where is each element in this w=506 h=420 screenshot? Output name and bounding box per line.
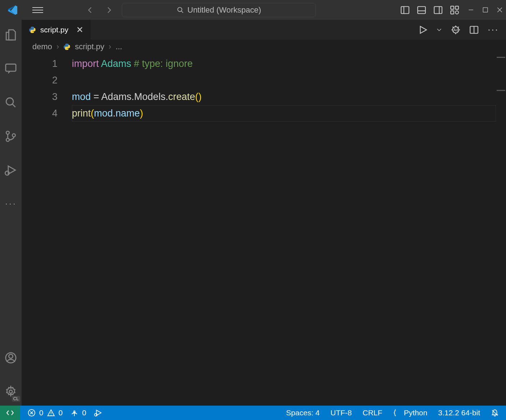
vscode-logo-icon <box>7 5 18 15</box>
activity-bar: ··· CL <box>0 20 22 406</box>
code-content[interactable]: import Adams # type: ignore mod = Adams.… <box>72 54 202 406</box>
svg-rect-7 <box>455 11 459 14</box>
svg-point-12 <box>6 138 9 142</box>
svg-point-17 <box>9 390 13 393</box>
svg-point-0 <box>178 7 182 12</box>
eol-status[interactable]: CRLF <box>363 408 382 417</box>
command-center[interactable]: Untitled (Workspace) <box>122 3 316 17</box>
ports-status[interactable]: 0 <box>70 408 86 417</box>
search-icon <box>177 6 184 14</box>
breadcrumb-tail[interactable]: ... <box>116 42 122 51</box>
svg-point-22 <box>74 411 75 412</box>
editor-more-icon[interactable]: ··· <box>488 24 499 35</box>
minimap[interactable] <box>496 54 506 406</box>
svg-point-10 <box>6 98 13 105</box>
breadcrumb-file[interactable]: script.py <box>75 42 104 51</box>
window-close-icon[interactable] <box>497 7 502 13</box>
breadcrumb-folder[interactable]: demo <box>32 42 52 51</box>
chevron-right-icon: › <box>109 42 111 51</box>
nav-forward-icon[interactable] <box>105 6 113 14</box>
svg-rect-1 <box>401 6 409 14</box>
interpreter-status[interactable]: 3.12.2 64-bit <box>438 408 480 417</box>
svg-point-11 <box>6 131 9 134</box>
warning-icon <box>47 409 55 417</box>
command-center-text: Untitled (Workspace) <box>188 5 261 15</box>
python-file-icon <box>63 43 70 50</box>
braces-icon <box>393 409 401 417</box>
activity-overflow-icon[interactable]: ··· <box>5 198 17 209</box>
remote-button[interactable] <box>0 406 20 420</box>
settings-badge: CL <box>12 396 20 402</box>
language-status[interactable]: Python <box>393 408 427 417</box>
run-dropdown-icon[interactable] <box>436 25 442 35</box>
menu-button[interactable] <box>32 5 43 15</box>
python-file-icon <box>29 26 36 33</box>
debug-icon <box>94 409 102 417</box>
problems-status[interactable]: 0 0 <box>28 408 63 417</box>
status-bar: 0 0 0 Spaces: 4 UTF-8 CRLF Python 3.12.2… <box>0 406 506 420</box>
svg-point-16 <box>9 354 13 358</box>
explorer-icon[interactable] <box>5 29 17 41</box>
notifications-icon[interactable] <box>491 409 499 417</box>
split-editor-icon[interactable] <box>469 25 479 35</box>
run-file-icon[interactable] <box>418 25 427 35</box>
debug-ad-icon[interactable]: Ad <box>451 25 460 35</box>
tab-close-icon[interactable]: ✕ <box>76 25 83 35</box>
titlebar: Untitled (Workspace) <box>0 0 506 20</box>
chevron-right-icon: › <box>56 42 59 51</box>
svg-text:Ad: Ad <box>454 28 458 32</box>
tab-label: script.py <box>40 26 68 34</box>
code-editor[interactable]: 1 2 3 4 import Adams # type: ignore mod … <box>22 54 506 406</box>
layout-sidebar-right-icon[interactable] <box>433 5 443 15</box>
tab-bar: script.py ✕ Ad ··· <box>22 20 506 40</box>
search-activity-icon[interactable] <box>5 96 17 109</box>
error-icon <box>28 409 36 417</box>
window-maximize-icon[interactable] <box>483 7 488 13</box>
run-debug-icon[interactable] <box>5 164 17 176</box>
source-control-icon[interactable] <box>5 130 17 142</box>
svg-rect-8 <box>483 8 488 12</box>
svg-rect-5 <box>455 6 459 9</box>
svg-point-13 <box>12 134 15 137</box>
breadcrumb[interactable]: demo › script.py › ... <box>22 40 506 54</box>
tab-script-py[interactable]: script.py ✕ <box>22 20 91 40</box>
accounts-icon[interactable] <box>5 352 17 364</box>
layout-customize-icon[interactable] <box>450 5 459 15</box>
chat-icon[interactable] <box>5 63 17 75</box>
layout-panel-icon[interactable] <box>417 5 426 15</box>
layout-sidebar-left-icon[interactable] <box>400 5 410 15</box>
debug-status[interactable] <box>94 409 102 417</box>
indent-status[interactable]: Spaces: 4 <box>286 408 319 417</box>
radio-tower-icon <box>70 409 78 417</box>
encoding-status[interactable]: UTF-8 <box>331 408 352 417</box>
svg-rect-9 <box>6 64 16 71</box>
nav-back-icon[interactable] <box>86 6 94 14</box>
line-number-gutter: 1 2 3 4 <box>22 54 72 406</box>
svg-rect-2 <box>418 6 426 14</box>
svg-rect-4 <box>451 6 454 9</box>
window-minimize-icon[interactable] <box>468 7 474 13</box>
svg-rect-6 <box>451 11 454 14</box>
svg-rect-3 <box>434 6 442 14</box>
